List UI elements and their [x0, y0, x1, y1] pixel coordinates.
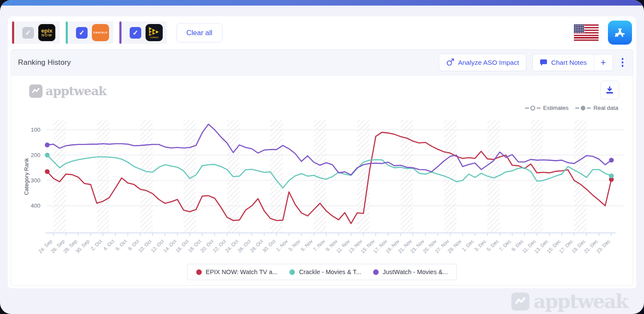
app-store-a-glyph [612, 25, 628, 40]
apptweak-logo-mark-icon [29, 85, 43, 98]
justwatch-legend-dot-icon [373, 269, 379, 275]
legend-item-justwatch[interactable]: JustWatch - Movies &... [373, 269, 448, 275]
justwatch-app-icon[interactable]: JustWatch [146, 24, 163, 41]
ranking-history-panel: Ranking History Analyze ASO Impact [11, 49, 633, 286]
svg-text:24. Oct: 24. Oct [224, 238, 239, 253]
legend-label: Crackle - Movies & T... [299, 269, 361, 275]
us-flag-icon[interactable] [574, 24, 598, 41]
svg-text:3. Nov: 3. Nov [287, 239, 301, 252]
svg-text:3. Dec: 3. Dec [474, 239, 487, 252]
analyze-aso-impact-button[interactable]: Analyze ASO Impact [439, 54, 526, 71]
svg-text:7. Nov: 7. Nov [312, 239, 326, 252]
series-legend-box: EPIX NOW: Watch TV a... Crackle - Movies… [187, 264, 457, 280]
analyze-trend-search-icon [446, 58, 454, 66]
justwatch-checkbox[interactable]: ✓ [130, 27, 141, 39]
svg-text:200: 200 [30, 152, 40, 158]
justwatch-icon-text: JustWatch [150, 36, 159, 39]
clear-all-button[interactable]: Clear all [176, 23, 222, 42]
panel-menu-kebab-icon[interactable] [619, 55, 626, 69]
svg-text:16. Oct: 16. Oct [175, 238, 190, 253]
download-chart-button[interactable] [600, 81, 619, 100]
real-data-label: Real data [593, 105, 618, 111]
legend-item-epix[interactable]: EPIX NOW: Watch TV a... [196, 269, 277, 275]
app-store-icon[interactable] [608, 21, 632, 45]
svg-text:30. Oct: 30. Oct [261, 238, 276, 253]
svg-text:1. Dec: 1. Dec [461, 239, 475, 252]
chart-notes-label: Chart Notes [551, 59, 587, 66]
app-selector-row: ✓ epix NOW ✓ CRACKLE ✓ [12, 21, 632, 45]
legend-item-crackle[interactable]: Crackle - Movies & T... [289, 269, 361, 275]
chart-area: apptweak [11, 75, 633, 262]
epix-checkbox[interactable]: ✓ [22, 27, 34, 39]
crackle-checkbox[interactable]: ✓ [76, 27, 88, 39]
speech-bubble-icon [540, 59, 547, 66]
svg-text:14. Oct: 14. Oct [162, 238, 177, 253]
add-chart-note-button[interactable]: + [594, 54, 613, 71]
chip-accent-bar [66, 21, 68, 44]
estimates-marker-icon [525, 106, 541, 111]
justwatch-triangles-icon [149, 27, 160, 36]
flag-canton [574, 24, 584, 33]
crackle-icon-text: CRACKLE [94, 31, 108, 34]
real-data-marker-icon [575, 106, 591, 111]
svg-text:28. Oct: 28. Oct [249, 238, 264, 253]
ranking-history-chart[interactable]: 100200300400Category Rank24. Sep26. Sep2… [11, 118, 633, 261]
svg-text:Category Rank: Category Rank [23, 158, 30, 195]
svg-text:100: 100 [30, 127, 40, 133]
svg-text:7. Dec: 7. Dec [498, 239, 512, 252]
svg-text:6. Oct: 6. Oct [115, 238, 128, 251]
download-icon [605, 85, 614, 95]
apptweak-watermark-text: apptweak [534, 290, 628, 312]
epix-now-app-icon[interactable]: epix NOW [38, 24, 55, 41]
svg-text:300: 300 [30, 177, 40, 184]
apptweak-watermark: apptweak [511, 290, 628, 312]
chip-accent-bar [119, 21, 122, 44]
svg-text:20. Oct: 20. Oct [200, 238, 215, 253]
panel-title: Ranking History [18, 58, 71, 67]
crackle-app-icon[interactable]: CRACKLE [92, 24, 109, 41]
real-data-legend-item: Real data [575, 105, 618, 111]
svg-text:4. Oct: 4. Oct [102, 238, 115, 251]
apptweak-chart-logo: apptweak [29, 84, 106, 98]
svg-text:2. Oct: 2. Oct [90, 238, 103, 251]
chip-accent-bar [12, 21, 14, 44]
svg-text:5. Dec: 5. Dec [486, 239, 500, 252]
legend-label: EPIX NOW: Watch TV a... [206, 269, 277, 275]
apptweak-watermark-mark-icon [511, 293, 529, 311]
app-chip-crackle[interactable]: ✓ CRACKLE [66, 21, 113, 44]
svg-text:29. Nov: 29. Nov [447, 239, 462, 254]
svg-text:26. Oct: 26. Oct [237, 238, 252, 253]
svg-text:18. Oct: 18. Oct [187, 238, 202, 253]
svg-text:10. Oct: 10. Oct [137, 238, 152, 253]
content-card: ✓ epix NOW ✓ CRACKLE ✓ [8, 16, 636, 288]
analyze-button-label: Analyze ASO Impact [458, 59, 519, 66]
crackle-legend-dot-icon [289, 269, 295, 275]
estimates-legend-item: Estimates [525, 105, 568, 111]
app-chip-epix-now[interactable]: ✓ epix NOW [12, 21, 60, 44]
series-legend-row: EPIX NOW: Watch TV a... Crackle - Movies… [11, 262, 633, 280]
apptweak-logo-text: apptweak [46, 84, 106, 98]
estimates-label: Estimates [543, 105, 568, 111]
legend-label: JustWatch - Movies &... [383, 269, 448, 275]
app-chip-justwatch[interactable]: ✓ JustWatch [119, 21, 167, 44]
svg-text:400: 400 [30, 202, 40, 209]
chart-notes-button-group: Chart Notes + [532, 54, 613, 71]
panel-header: Ranking History Analyze ASO Impact [11, 50, 633, 75]
data-type-legend: Estimates Real data [525, 105, 618, 111]
svg-text:5. Nov: 5. Nov [300, 239, 313, 252]
svg-text:1. Nov: 1. Nov [275, 239, 289, 252]
app-window: ✓ epix NOW ✓ CRACKLE ✓ [0, 0, 644, 314]
svg-text:23. Dec: 23. Dec [595, 239, 611, 254]
svg-text:12. Oct: 12. Oct [150, 238, 165, 253]
epix-icon-text2: NOW [42, 33, 52, 37]
svg-text:22. Oct: 22. Oct [212, 238, 227, 253]
browser-top-bar [0, 0, 644, 6]
svg-text:30. Sep: 30. Sep [75, 239, 91, 254]
chart-notes-button[interactable]: Chart Notes [533, 54, 594, 71]
epix-icon-text: epix [41, 28, 52, 33]
epix-legend-dot-icon [196, 269, 202, 275]
